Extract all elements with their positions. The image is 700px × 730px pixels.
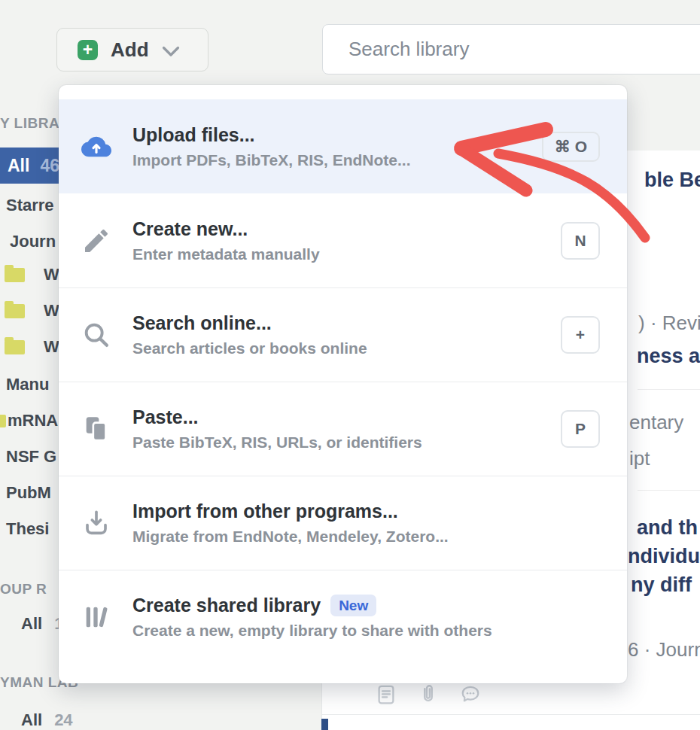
menu-item-import-programs[interactable]: Import from other programs... Migrate fr… (59, 476, 627, 570)
new-badge: New (330, 595, 376, 616)
sidebar-item-pubmed[interactable]: PubM (6, 483, 51, 503)
library-books-icon (81, 602, 111, 632)
paper-meta-fragment: ) · Revie (638, 312, 700, 335)
sidebar-item-manuscripts[interactable]: Manu (6, 375, 49, 394)
sidebar-item-label: All (21, 710, 42, 730)
menu-item-title: Create shared library (132, 595, 321, 616)
chevron-down-icon (162, 43, 180, 57)
sidebar-header-my-library: Y LIBRA (0, 115, 59, 132)
add-button-label: Add (111, 38, 149, 62)
paper-meta-fragment: entary (629, 411, 683, 434)
add-dropdown-menu: Upload files... Import PDFs, BibTeX, RIS… (59, 85, 627, 683)
shortcut-badge: P (561, 410, 600, 448)
paper-action-icons (375, 683, 482, 709)
menu-item-subtitle: Paste BibTeX, RIS, URLs, or identifiers (132, 433, 422, 452)
list-row-divider (638, 389, 700, 390)
search-input[interactable] (323, 25, 700, 74)
menu-item-paste[interactable]: Paste... Paste BibTeX, RIS, URLs, or ide… (59, 382, 627, 476)
menu-item-title: Upload files... (132, 124, 410, 146)
folder-icon (5, 304, 25, 318)
paper-title-fragment[interactable]: ndividu (628, 545, 700, 568)
sidebar-item-count: 46 (40, 156, 59, 176)
selected-row-accent-bar (321, 719, 328, 730)
shortcut-badge: N (561, 222, 600, 260)
sidebar-item-journal[interactable]: Journ (10, 232, 56, 251)
paper-meta-fragment: 6 · Journ (628, 638, 700, 662)
add-button[interactable]: + Add (56, 28, 208, 71)
list-row-divider (638, 490, 700, 491)
sidebar-item-lab-all[interactable]: All 24 (21, 710, 73, 730)
label-tag-icon (0, 415, 6, 427)
notes-icon[interactable] (375, 683, 397, 709)
sidebar-item-label: All (8, 156, 29, 176)
sidebar-item-nsf-grant[interactable]: NSF G (6, 447, 56, 467)
shortcut-badge: ⌘ O (542, 132, 600, 162)
sidebar-item-label: All (21, 614, 42, 634)
menu-item-subtitle: Enter metadata manually (132, 245, 320, 263)
paper-title-fragment[interactable]: ble Bed (644, 169, 700, 192)
sidebar-item-all-selected[interactable]: All 46 (0, 148, 60, 184)
cloud-upload-icon (81, 132, 111, 162)
paste-icon (81, 414, 111, 444)
sidebar-item-mrna[interactable]: mRNA (8, 411, 58, 430)
paper-title-fragment[interactable]: ny diff (631, 573, 692, 597)
paper-title-fragment[interactable]: and th (637, 516, 698, 540)
folder-icon (5, 340, 25, 354)
plus-icon: + (78, 40, 98, 60)
paper-title-fragment[interactable]: ness an (637, 345, 700, 368)
menu-item-title: Search online... (132, 312, 367, 334)
pencil-icon (81, 226, 111, 256)
menu-item-search-online[interactable]: Search online... Search articles or book… (59, 287, 627, 382)
comments-icon[interactable] (459, 683, 482, 709)
menu-item-title: Import from other programs... (132, 500, 449, 522)
menu-item-subtitle: Import PDFs, BibTeX, RIS, EndNote... (132, 151, 410, 169)
menu-item-subtitle: Migrate from EndNote, Mendeley, Zotero..… (132, 528, 449, 546)
menu-item-subtitle: Create a new, empty library to share wit… (132, 622, 492, 640)
menu-item-upload-files[interactable]: Upload files... Import PDFs, BibTeX, RIS… (59, 99, 627, 193)
menu-item-create-shared-library[interactable]: Create shared library New Create a new, … (59, 570, 627, 664)
shortcut-badge: + (561, 316, 600, 354)
search-icon (81, 320, 111, 350)
paper-meta-fragment: ipt (629, 447, 650, 470)
menu-item-create-new[interactable]: Create new... Enter metadata manually N (59, 193, 627, 287)
list-row-divider (322, 714, 700, 715)
menu-item-title: Create new... (132, 218, 320, 240)
menu-item-subtitle: Search articles or books online (132, 339, 367, 357)
menu-item-title: Paste... (132, 406, 422, 428)
sidebar-item-starred[interactable]: Starre (6, 196, 54, 215)
sidebar-item-count: 24 (54, 710, 72, 730)
folder-icon (5, 268, 25, 282)
sidebar-item-thesis[interactable]: Thesi (6, 519, 49, 539)
attachment-icon[interactable] (417, 683, 440, 709)
search-box (322, 24, 700, 75)
sidebar-header-group: OUP R (0, 581, 47, 598)
import-download-icon (81, 508, 111, 538)
